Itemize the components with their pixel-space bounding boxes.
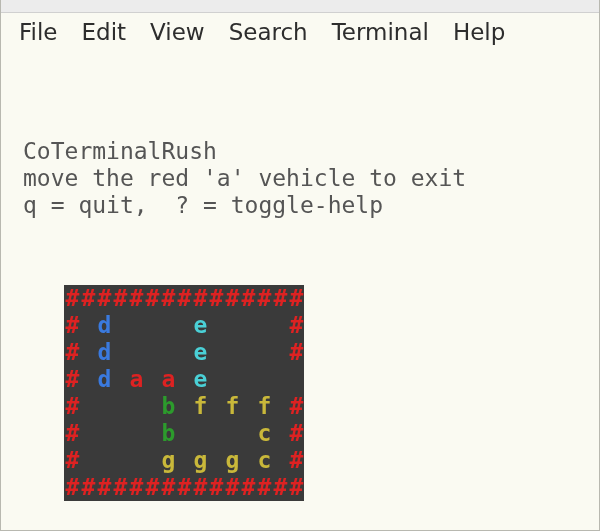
empty-cell — [96, 393, 112, 420]
vehicle-d-cell: d — [96, 339, 112, 366]
wall-cell: # — [96, 285, 112, 312]
empty-cell — [96, 447, 112, 474]
empty-cell — [112, 312, 128, 339]
wall-cell: # — [80, 285, 96, 312]
empty-cell — [80, 366, 96, 393]
empty-cell — [112, 420, 128, 447]
wall-cell: # — [64, 285, 80, 312]
empty-cell — [240, 339, 256, 366]
wall-cell: # — [176, 285, 192, 312]
empty-cell — [144, 312, 160, 339]
wall-cell: # — [208, 285, 224, 312]
vehicle-b-cell: b — [160, 420, 176, 447]
titlebar — [1, 0, 599, 13]
empty-cell — [176, 393, 192, 420]
empty-cell — [240, 447, 256, 474]
empty-cell — [256, 366, 272, 393]
wall-cell: # — [256, 474, 272, 501]
empty-cell — [208, 420, 224, 447]
wall-cell: # — [288, 393, 304, 420]
vehicle-g-cell: g — [160, 447, 176, 474]
empty-cell — [112, 447, 128, 474]
wall-cell: # — [64, 366, 80, 393]
wall-cell: # — [80, 474, 96, 501]
wall-cell: # — [288, 285, 304, 312]
wall-cell: # — [64, 474, 80, 501]
empty-cell — [128, 339, 144, 366]
wall-cell: # — [192, 285, 208, 312]
wall-cell: # — [160, 285, 176, 312]
empty-cell — [208, 366, 224, 393]
empty-cell — [224, 312, 240, 339]
empty-cell — [144, 420, 160, 447]
empty-cell — [144, 339, 160, 366]
empty-cell — [240, 366, 256, 393]
wall-cell: # — [64, 393, 80, 420]
empty-cell — [208, 447, 224, 474]
menu-help[interactable]: Help — [453, 19, 505, 45]
wall-cell: # — [144, 474, 160, 501]
intro-block: CoTerminalRush move the red 'a' vehicle … — [9, 111, 599, 219]
board-row: ############### — [64, 285, 304, 312]
vehicle-g-cell: g — [224, 447, 240, 474]
vehicle-g-cell: g — [192, 447, 208, 474]
board-row: # g g g c # — [64, 447, 304, 474]
wall-cell: # — [144, 285, 160, 312]
empty-cell — [144, 366, 160, 393]
empty-cell — [144, 393, 160, 420]
empty-cell — [192, 420, 208, 447]
empty-cell — [176, 366, 192, 393]
wall-cell: # — [288, 474, 304, 501]
wall-cell: # — [224, 474, 240, 501]
vehicle-d-cell: d — [96, 366, 112, 393]
empty-cell — [256, 339, 272, 366]
board-row: # b f f f # — [64, 393, 304, 420]
wall-cell: # — [64, 420, 80, 447]
empty-cell — [208, 393, 224, 420]
empty-cell — [272, 366, 288, 393]
empty-cell — [112, 366, 128, 393]
menu-terminal[interactable]: Terminal — [332, 19, 429, 45]
wall-cell: # — [272, 285, 288, 312]
vehicle-f-cell: f — [256, 393, 272, 420]
empty-cell — [128, 312, 144, 339]
empty-cell — [240, 312, 256, 339]
empty-cell — [176, 420, 192, 447]
empty-cell — [224, 339, 240, 366]
wall-cell: # — [208, 474, 224, 501]
vehicle-a-cell: a — [128, 366, 144, 393]
wall-cell: # — [96, 474, 112, 501]
board-row: # d e # — [64, 312, 304, 339]
menu-view[interactable]: View — [150, 19, 205, 45]
wall-cell: # — [224, 285, 240, 312]
wall-cell: # — [192, 474, 208, 501]
vehicle-f-cell: f — [192, 393, 208, 420]
empty-cell — [112, 393, 128, 420]
wall-cell: # — [288, 312, 304, 339]
vehicle-e-cell: e — [192, 366, 208, 393]
wall-cell: # — [112, 285, 128, 312]
terminal-window: File Edit View Search Terminal Help CoTe… — [0, 0, 600, 531]
vehicle-e-cell: e — [192, 339, 208, 366]
board-row: # d e # — [64, 339, 304, 366]
board-row: ############### — [64, 474, 304, 501]
empty-cell — [208, 312, 224, 339]
menu-edit[interactable]: Edit — [82, 19, 127, 45]
empty-cell — [240, 393, 256, 420]
empty-cell — [160, 339, 176, 366]
help-line: q = quit, ? = toggle-help — [23, 192, 383, 218]
empty-cell — [128, 447, 144, 474]
terminal-content[interactable]: CoTerminalRush move the red 'a' vehicle … — [1, 55, 599, 531]
empty-cell — [176, 339, 192, 366]
menu-file[interactable]: File — [19, 19, 58, 45]
vehicle-b-cell: b — [160, 393, 176, 420]
empty-cell — [128, 420, 144, 447]
empty-cell — [272, 339, 288, 366]
empty-cell — [272, 393, 288, 420]
wall-cell: # — [256, 285, 272, 312]
wall-cell: # — [64, 312, 80, 339]
empty-cell — [224, 420, 240, 447]
menu-search[interactable]: Search — [229, 19, 308, 45]
empty-cell — [80, 312, 96, 339]
wall-cell: # — [272, 474, 288, 501]
